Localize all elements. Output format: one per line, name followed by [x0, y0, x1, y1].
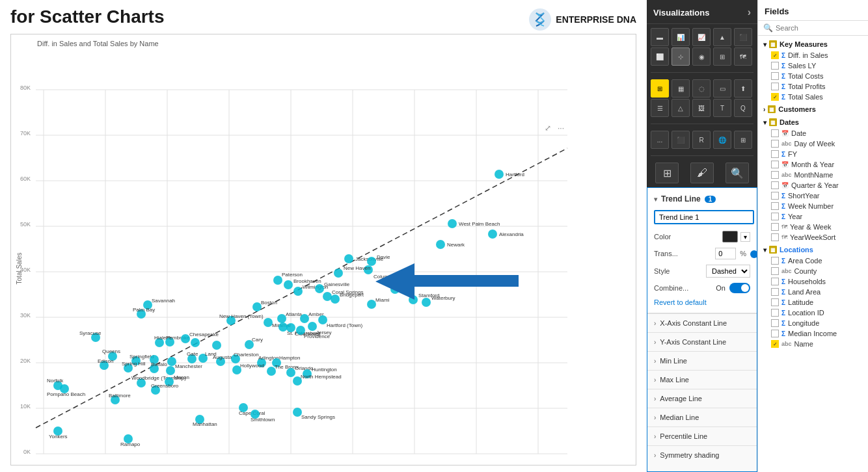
viz-matrix[interactable]: ▦ [671, 79, 690, 98]
viz-custom5[interactable]: ⊞ [734, 131, 752, 149]
viz-card[interactable]: ▭ [713, 79, 731, 98]
viz-map[interactable]: 🗺 [734, 47, 752, 66]
color-swatch[interactable] [722, 231, 738, 243]
viz-shape[interactable]: △ [671, 99, 690, 117]
viz-custom2[interactable]: ⬛ [671, 131, 690, 149]
field-item[interactable]: ΣArea Code [758, 256, 868, 266]
trans-value-input[interactable] [715, 248, 736, 259]
field-group-header[interactable]: ▾▦Dates [758, 116, 868, 128]
trend-collapse-icon[interactable]: ▾ [654, 196, 657, 203]
field-checkbox[interactable]: ✓ [771, 51, 779, 59]
field-item[interactable]: ΣHouseholds [758, 276, 868, 287]
field-item[interactable]: 📅Month & Year [758, 159, 868, 170]
field-item[interactable]: ✓abcName [758, 339, 868, 349]
field-group-header[interactable]: ▾▦Locations [758, 244, 868, 256]
viz-line-chart[interactable]: 📈 [692, 28, 711, 46]
fields-search-input[interactable] [776, 24, 865, 32]
field-checkbox[interactable] [771, 319, 779, 327]
viz-globe[interactable]: 🌐 [713, 131, 731, 149]
field-item[interactable]: 🗺Year & Week [758, 222, 868, 232]
field-item[interactable]: ΣMedian Income [758, 328, 868, 339]
viz-ribbon[interactable]: ⬛ [734, 28, 752, 46]
field-checkbox[interactable] [771, 72, 779, 80]
field-item[interactable]: abcMonthName [758, 170, 868, 180]
field-checkbox[interactable] [771, 309, 779, 317]
field-group-header[interactable]: ›▦Customers [758, 103, 868, 115]
field-item[interactable]: ΣTotal Profits [758, 81, 868, 92]
viz-table[interactable]: ⊞ [651, 79, 669, 98]
field-checkbox[interactable]: ✓ [771, 93, 779, 101]
field-item[interactable]: ΣLongitude [758, 318, 868, 328]
field-checkbox[interactable] [771, 83, 779, 90]
field-group-header[interactable]: ▾▦Key Measures [758, 38, 868, 50]
field-item[interactable]: 📅Date [758, 128, 868, 138]
field-checkbox[interactable] [771, 213, 779, 220]
field-checkbox[interactable] [771, 223, 779, 231]
viz-kpi[interactable]: ⬆ [734, 79, 752, 98]
field-item[interactable]: ΣFY [758, 149, 868, 159]
field-checkbox[interactable] [771, 192, 779, 200]
viz-textbox[interactable]: T [713, 99, 731, 117]
style-select[interactable]: Dashed [706, 265, 750, 278]
viz-pie[interactable]: ◉ [692, 47, 711, 66]
field-item[interactable]: 📅Quarter & Year [758, 180, 868, 190]
field-checkbox[interactable] [771, 150, 779, 158]
field-checkbox[interactable] [771, 140, 779, 148]
collapsible-header[interactable]: › Median Line [654, 412, 750, 423]
trend-name-input[interactable] [654, 210, 754, 224]
field-item[interactable]: ΣLatitude [758, 297, 868, 308]
viz-qna[interactable]: Q [734, 99, 752, 117]
viz-gauge[interactable]: ◌ [692, 79, 711, 98]
field-item[interactable]: ΣTotal Costs [758, 71, 868, 81]
field-checkbox[interactable] [771, 161, 779, 168]
viz-waterfall[interactable]: ⬜ [651, 47, 669, 66]
field-item[interactable]: ✓ΣDiff. in Sales [758, 50, 868, 60]
field-item[interactable]: ΣShortYear [758, 190, 868, 201]
field-item[interactable]: abcDay of Week [758, 138, 868, 149]
field-item[interactable]: ΣYear [758, 211, 868, 222]
viz-treemap[interactable]: ⊞ [713, 47, 731, 66]
field-checkbox[interactable] [771, 62, 779, 70]
collapsible-header[interactable]: › X-Axis Constant Line [654, 318, 750, 328]
viz-expand-icon[interactable]: › [748, 7, 751, 18]
field-checkbox[interactable] [771, 288, 779, 296]
field-item[interactable]: ΣWeek Number [758, 201, 868, 211]
field-item[interactable]: abcCounty [758, 266, 868, 276]
field-item[interactable]: ΣLand Area [758, 287, 868, 297]
field-checkbox[interactable] [771, 202, 779, 210]
viz-format-btn[interactable]: 🖌 [690, 163, 714, 183]
field-checkbox[interactable] [771, 330, 779, 337]
field-checkbox[interactable] [771, 171, 779, 179]
viz-slicer[interactable]: ☰ [651, 99, 669, 117]
color-dropdown-button[interactable]: ▾ [740, 232, 750, 242]
field-item[interactable]: ΣLocation ID [758, 308, 868, 318]
scatter-chart[interactable]: Diff. in Sales and Total Sales by Name T… [10, 34, 636, 465]
collapsible-header[interactable]: › Y-Axis Constant Line [654, 337, 750, 347]
field-checkbox[interactable]: ✓ [771, 340, 779, 348]
viz-image[interactable]: 🖼 [692, 99, 711, 117]
combine-toggle[interactable] [729, 283, 750, 293]
collapsible-header[interactable]: › Percentile Line [654, 431, 750, 441]
viz-analytics-btn[interactable]: 🔍 [726, 163, 749, 183]
field-item[interactable]: ✓ΣTotal Sales [758, 92, 868, 102]
field-item[interactable]: 🗺YearWeekSort [758, 232, 868, 243]
viz-stacked-bar[interactable]: ▬ [651, 28, 669, 46]
field-checkbox[interactable] [771, 181, 779, 189]
field-checkbox[interactable] [771, 257, 779, 265]
viz-area-chart[interactable]: ▲ [713, 28, 731, 46]
viz-fields-btn[interactable]: ⊞ [655, 163, 679, 183]
collapsible-header[interactable]: › Max Line [654, 374, 750, 385]
viz-custom1[interactable]: ... [651, 131, 669, 149]
viz-scatter[interactable]: ⊹ [671, 47, 690, 66]
viz-bar-chart[interactable]: 📊 [671, 28, 690, 46]
collapsible-header[interactable]: › Average Line [654, 393, 750, 404]
revert-default-button[interactable]: Revert to default [654, 296, 707, 309]
collapsible-header[interactable]: › Min Line [654, 356, 750, 366]
field-checkbox[interactable] [771, 233, 779, 241]
field-checkbox[interactable] [771, 298, 779, 306]
field-item[interactable]: ΣSales LY [758, 60, 868, 71]
collapsible-header[interactable]: › Symmetry shading [654, 450, 750, 460]
field-checkbox[interactable] [771, 129, 779, 137]
field-checkbox[interactable] [771, 278, 779, 285]
field-checkbox[interactable] [771, 267, 779, 275]
